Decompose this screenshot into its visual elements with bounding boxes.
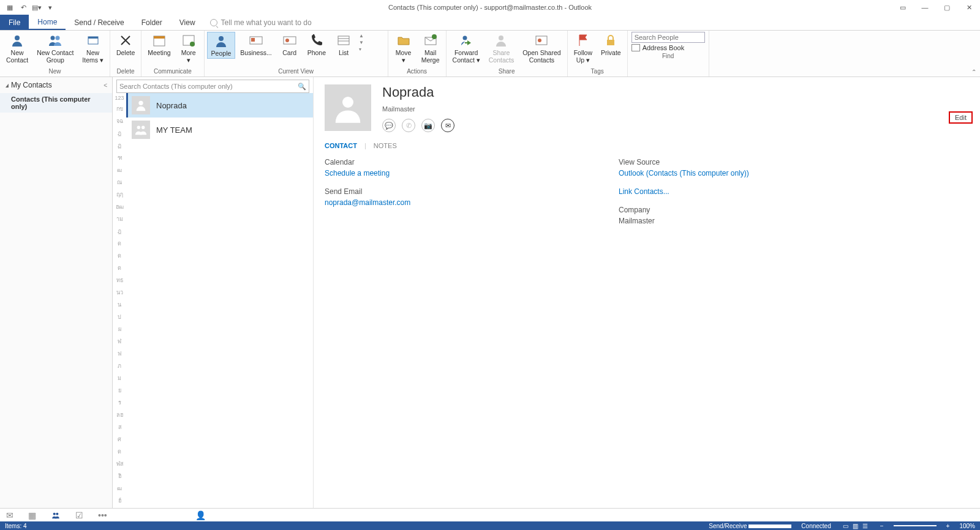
tab-file[interactable]: File (0, 15, 29, 30)
move-button[interactable]: Move ▾ (391, 32, 417, 65)
alpha-letter[interactable]: กข (113, 103, 126, 115)
alpha-letter[interactable]: นว (113, 286, 126, 299)
open-shared-contacts-button[interactable]: Open Shared Contacts (519, 32, 564, 65)
contact-entry[interactable]: Noprada (126, 93, 313, 118)
nav-mail-icon[interactable]: ✉ (6, 510, 13, 520)
close-icon[interactable]: ✕ (958, 0, 980, 15)
view-card-button[interactable]: Card (277, 32, 303, 58)
contact-entry[interactable]: MY TEAM (126, 118, 313, 142)
gallery-more-icon[interactable]: ▾ (359, 47, 364, 52)
alpha-letter[interactable]: ป (113, 311, 126, 323)
video-icon[interactable]: 📷 (421, 119, 435, 132)
nav-folder-contacts[interactable]: Contacts (This computer only) (0, 93, 112, 113)
maximize-icon[interactable]: ▢ (936, 0, 958, 15)
qat-customize-icon[interactable]: ▾ (45, 2, 55, 12)
alpha-letter[interactable]: ภ (113, 360, 126, 372)
chat-icon[interactable]: 💬 (382, 119, 396, 132)
alpha-letter[interactable]: ด (113, 250, 126, 262)
new-items-button[interactable]: New Items ▾ (78, 32, 107, 65)
nav-calendar-icon[interactable]: ▦ (28, 510, 36, 520)
collapse-ribbon-icon[interactable]: ⌃ (971, 69, 976, 75)
zoom-out-icon[interactable]: − (880, 523, 884, 529)
view-buttons[interactable]: ▭▥☰ (841, 523, 870, 529)
tab-send-receive[interactable]: Send / Receive (66, 15, 132, 30)
alpha-letter[interactable]: ฎ (113, 127, 126, 140)
delete-button[interactable]: Delete (113, 32, 138, 58)
address-book-button[interactable]: Address Book (631, 44, 705, 51)
alpha-letter[interactable]: าม (113, 213, 126, 225)
search-contacts-input[interactable]: Search Contacts (This computer only) 🔍 (116, 80, 309, 93)
tab-contact[interactable]: CONTACT (325, 142, 357, 149)
qat-icon[interactable]: ▦ (5, 2, 15, 12)
view-phone-button[interactable]: Phone (304, 32, 330, 58)
alpha-letter[interactable]: ด (113, 237, 126, 250)
edit-button[interactable]: Edit (949, 111, 973, 124)
mail-merge-button[interactable]: Mail Merge (418, 32, 443, 65)
new-contact-group-button[interactable]: New Contact Group (33, 32, 77, 65)
view-people-button[interactable]: People (207, 32, 236, 59)
nav-tasks-icon[interactable]: ☑ (75, 510, 83, 520)
view-business-button[interactable]: Business... (236, 32, 275, 58)
zoom-in-icon[interactable]: + (946, 523, 950, 529)
collapse-nav-icon[interactable]: < (104, 82, 107, 89)
alpha-letter[interactable]: ฎ (113, 225, 126, 237)
alpha-letter[interactable]: ฮิ (113, 470, 126, 482)
nav-more-icon[interactable]: ••• (98, 510, 107, 520)
alpha-letter[interactable]: ศ (113, 433, 126, 446)
tab-home[interactable]: Home (29, 15, 66, 30)
email-link[interactable]: noprada@mailmaster.com (325, 198, 619, 207)
alpha-letter[interactable]: ฮ์ (113, 495, 126, 507)
schedule-meeting-link[interactable]: Schedule a meeting (325, 169, 619, 177)
gallery-down-icon[interactable]: ▼ (359, 40, 364, 45)
alpha-letter[interactable]: ลฮ (113, 409, 126, 421)
new-contact-button[interactable]: New Contact (2, 32, 32, 65)
alpha-letter[interactable]: ฤฦ (113, 188, 126, 201)
alpha-letter[interactable]: ส (113, 421, 126, 433)
nav-people-pane-icon[interactable]: 👤 (195, 510, 206, 520)
call-icon[interactable]: ✆ (402, 119, 415, 132)
alpha-letter[interactable]: ฑ (113, 152, 126, 164)
alpha-letter[interactable]: จฉ (113, 115, 126, 127)
alpha-letter[interactable]: น (113, 299, 126, 311)
tab-folder[interactable]: Folder (133, 15, 171, 30)
forward-contact-button[interactable]: Forward Contact ▾ (449, 32, 484, 65)
alpha-letter[interactable]: 123 (113, 93, 126, 103)
alpha-letter[interactable]: ฏ (113, 140, 126, 152)
mail-icon[interactable]: ✉ (441, 119, 454, 132)
more-button[interactable]: More ▾ (176, 32, 202, 65)
alpha-letter[interactable]: ด (113, 262, 126, 274)
alpha-letter[interactable]: ฬส (113, 458, 126, 470)
alpha-letter[interactable]: ฒ (113, 482, 126, 495)
alpha-letter[interactable]: ผ (113, 323, 126, 335)
view-source-link[interactable]: Outlook (Contacts (This computer only)) (619, 169, 749, 177)
alpha-letter[interactable]: ฟ (113, 348, 126, 360)
minimize-icon[interactable]: — (914, 0, 936, 15)
link-contacts-link[interactable]: Link Contacts... (619, 187, 749, 196)
undo-icon[interactable]: ↶ (18, 2, 28, 12)
alpha-letter[interactable]: ม (113, 372, 126, 384)
alpha-index[interactable]: 123กขจฉฎฏฑฒณฤฦฮฒามฎดดดทธนวนปผฬฟภมยรลฮสศด… (113, 93, 126, 508)
search-icon[interactable]: 🔍 (298, 83, 306, 91)
tell-me-search[interactable]: Tell me what you want to do (210, 15, 312, 30)
zoom-slider[interactable] (894, 525, 937, 526)
meeting-button[interactable]: Meeting (144, 32, 174, 58)
gallery-up-icon[interactable]: ▲ (359, 33, 364, 39)
qat-icon[interactable]: ▤▾ (32, 2, 42, 12)
tab-notes[interactable]: NOTES (374, 142, 397, 149)
alpha-letter[interactable]: ณ (113, 176, 126, 188)
alpha-letter[interactable]: ด (113, 507, 126, 508)
alpha-letter[interactable]: ด (113, 446, 126, 458)
private-button[interactable]: Private (597, 32, 625, 58)
follow-up-button[interactable]: Follow Up ▾ (570, 32, 596, 65)
search-people-input[interactable] (631, 32, 705, 43)
alpha-letter[interactable]: ฮฒ (113, 201, 126, 213)
ribbon-options-icon[interactable]: ▭ (892, 0, 914, 15)
alpha-letter[interactable]: ฒ (113, 164, 126, 176)
view-list-button[interactable]: List (331, 32, 356, 58)
alpha-letter[interactable]: ย (113, 384, 126, 397)
alpha-letter[interactable]: ฬ (113, 335, 126, 348)
alpha-letter[interactable]: ทธ (113, 274, 126, 286)
alpha-letter[interactable]: ร (113, 397, 126, 409)
nav-header[interactable]: My Contacts< (0, 77, 112, 93)
nav-people-icon[interactable] (51, 511, 61, 520)
